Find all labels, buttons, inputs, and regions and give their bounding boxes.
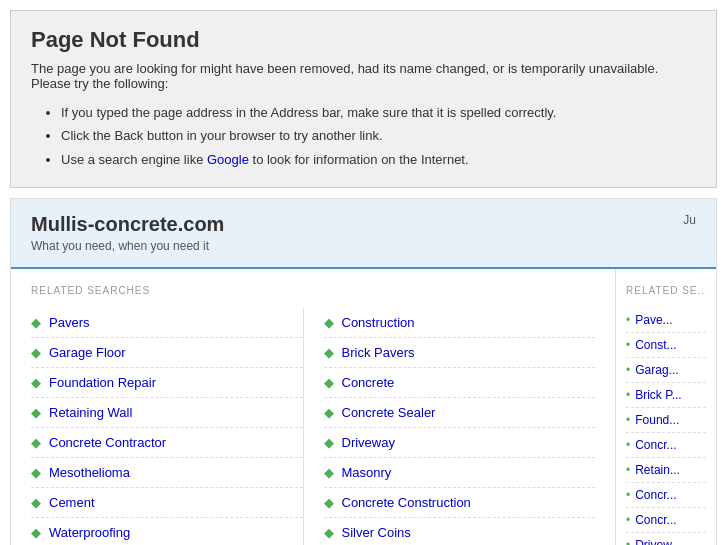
list-item: ◆ Pavers — [31, 308, 303, 338]
list-item: ◆ Garage Floor — [31, 338, 303, 368]
list-item: ◆ Mesothelioma — [31, 458, 303, 488]
list-item: ◆ Concrete — [324, 368, 596, 398]
related-searches-right-label: RELATED SE... — [626, 285, 706, 296]
search-link[interactable]: Mesothelioma — [49, 465, 130, 480]
search-link[interactable]: Concr... — [635, 513, 676, 527]
bullet-icon: • — [626, 438, 630, 452]
list-item: • Brick P... — [626, 383, 706, 408]
site-header-right: Ju — [683, 213, 696, 227]
search-link[interactable]: Found... — [635, 413, 679, 427]
left-search-column: ◆ Pavers ◆ Garage Floor ◆ Foundation Rep… — [31, 308, 303, 545]
list-item: • Retain... — [626, 458, 706, 483]
search-link[interactable]: Concrete Construction — [342, 495, 471, 510]
list-item: ◆ Waterproofing — [31, 518, 303, 545]
left-panel: RELATED SEARCHES ◆ Pavers ◆ Garage Floor… — [11, 269, 616, 545]
search-link[interactable]: Waterproofing — [49, 525, 130, 540]
search-link[interactable]: Retain... — [635, 463, 680, 477]
search-link[interactable]: Concr... — [635, 438, 676, 452]
arrow-icon: ◆ — [31, 495, 41, 510]
bullet-icon: • — [626, 388, 630, 402]
search-link[interactable]: Drivew... — [635, 538, 681, 545]
search-link[interactable]: Masonry — [342, 465, 392, 480]
bullet-icon: • — [626, 538, 630, 545]
list-item: ◆ Retaining Wall — [31, 398, 303, 428]
list-item: ◆ Silver Coins — [324, 518, 596, 545]
search-link[interactable]: Brick P... — [635, 388, 681, 402]
arrow-icon: ◆ — [324, 375, 334, 390]
list-item: ◆ Driveway — [324, 428, 596, 458]
site-logo: Mullis-concrete.com — [31, 213, 224, 236]
right-panel: RELATED SE... • Pave... • Const... • Gar… — [616, 269, 716, 545]
bullet-icon: • — [626, 513, 630, 527]
error-bullet-1: If you typed the page address in the Add… — [61, 101, 696, 124]
related-searches-label: RELATED SEARCHES — [31, 285, 595, 296]
site-frame: Mullis-concrete.com What you need, when … — [10, 198, 717, 545]
google-link[interactable]: Google — [207, 152, 249, 167]
search-link[interactable]: Driveway — [342, 435, 395, 450]
list-item: • Const... — [626, 333, 706, 358]
list-item: ◆ Construction — [324, 308, 596, 338]
arrow-icon: ◆ — [324, 405, 334, 420]
search-link[interactable]: Foundation Repair — [49, 375, 156, 390]
list-item: ◆ Brick Pavers — [324, 338, 596, 368]
error-title: Page Not Found — [31, 27, 696, 53]
right-search-column: ◆ Construction ◆ Brick Pavers ◆ Concrete… — [303, 308, 596, 545]
list-item: ◆ Masonry — [324, 458, 596, 488]
arrow-icon: ◆ — [324, 525, 334, 540]
list-item: • Concr... — [626, 508, 706, 533]
site-header-left: Mullis-concrete.com What you need, when … — [31, 213, 224, 253]
arrow-icon: ◆ — [324, 315, 334, 330]
arrow-icon: ◆ — [31, 405, 41, 420]
search-link[interactable]: Silver Coins — [342, 525, 411, 540]
error-section: Page Not Found The page you are looking … — [10, 10, 717, 188]
list-item: ◆ Concrete Contractor — [31, 428, 303, 458]
list-item: ◆ Concrete Sealer — [324, 398, 596, 428]
arrow-icon: ◆ — [324, 495, 334, 510]
bullet-icon: • — [626, 313, 630, 327]
list-item: • Pave... — [626, 308, 706, 333]
search-link[interactable]: Garag... — [635, 363, 678, 377]
site-header: Mullis-concrete.com What you need, when … — [11, 199, 716, 269]
search-link[interactable]: Garage Floor — [49, 345, 126, 360]
arrow-icon: ◆ — [324, 465, 334, 480]
search-columns: ◆ Pavers ◆ Garage Floor ◆ Foundation Rep… — [31, 308, 595, 545]
arrow-icon: ◆ — [31, 525, 41, 540]
arrow-icon: ◆ — [31, 465, 41, 480]
arrow-icon: ◆ — [31, 375, 41, 390]
search-link[interactable]: Concr... — [635, 488, 676, 502]
list-item: ◆ Foundation Repair — [31, 368, 303, 398]
search-link[interactable]: Concrete — [342, 375, 395, 390]
error-list: If you typed the page address in the Add… — [61, 101, 696, 171]
list-item: • Concr... — [626, 483, 706, 508]
error-bullet-2: Click the Back button in your browser to… — [61, 124, 696, 147]
arrow-icon: ◆ — [31, 345, 41, 360]
search-link[interactable]: Retaining Wall — [49, 405, 132, 420]
arrow-icon: ◆ — [324, 345, 334, 360]
bullet-icon: • — [626, 413, 630, 427]
list-item: ◆ Cement — [31, 488, 303, 518]
bullet-icon: • — [626, 363, 630, 377]
arrow-icon: ◆ — [324, 435, 334, 450]
search-link[interactable]: Pave... — [635, 313, 672, 327]
search-link[interactable]: Concrete Contractor — [49, 435, 166, 450]
bullet-icon: • — [626, 463, 630, 477]
list-item: • Found... — [626, 408, 706, 433]
bullet-icon: • — [626, 488, 630, 502]
site-tagline: What you need, when you need it — [31, 239, 224, 253]
list-item: • Garag... — [626, 358, 706, 383]
arrow-icon: ◆ — [31, 315, 41, 330]
error-bullet-3: Use a search engine like Google to look … — [61, 148, 696, 171]
list-item: • Drivew... — [626, 533, 706, 545]
search-link[interactable]: Brick Pavers — [342, 345, 415, 360]
arrow-icon: ◆ — [31, 435, 41, 450]
list-item: ◆ Concrete Construction — [324, 488, 596, 518]
search-link[interactable]: Pavers — [49, 315, 89, 330]
bullet-icon: • — [626, 338, 630, 352]
search-link[interactable]: Concrete Sealer — [342, 405, 436, 420]
main-content: RELATED SEARCHES ◆ Pavers ◆ Garage Floor… — [11, 269, 716, 545]
list-item: • Concr... — [626, 433, 706, 458]
error-description: The page you are looking for might have … — [31, 61, 696, 91]
search-link[interactable]: Const... — [635, 338, 676, 352]
search-link[interactable]: Cement — [49, 495, 95, 510]
search-link[interactable]: Construction — [342, 315, 415, 330]
